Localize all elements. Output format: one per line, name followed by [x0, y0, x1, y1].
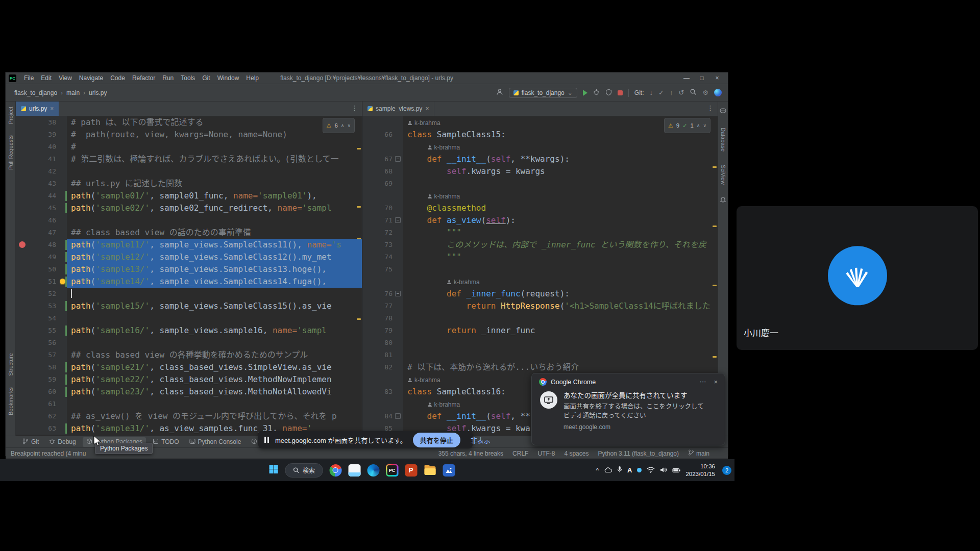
code-line[interactable]: 70 @classmethod	[362, 202, 718, 214]
code-line[interactable]: 61	[16, 398, 362, 410]
chrome-taskbar-icon[interactable]	[329, 464, 341, 477]
battery-icon[interactable]	[672, 466, 680, 475]
menu-item-help[interactable]: Help	[242, 74, 262, 82]
code-line[interactable]: 55path('sample16/', sample_views.sample1…	[16, 324, 362, 337]
right-inspection-widget[interactable]: ⚠ 9 ✓ 1 ∧ ∨	[664, 118, 710, 133]
tab-urls-py[interactable]: urls.py ×	[16, 102, 59, 116]
pycharm-taskbar-icon[interactable]: PC	[386, 464, 398, 477]
code-line[interactable]: 59path('sample22/', class_based_views.Me…	[16, 373, 362, 386]
git-push-icon[interactable]: ↑	[670, 89, 673, 96]
code-line[interactable]: 79 return _inner_func	[362, 324, 718, 337]
code-line[interactable]: 47## class based view の話のための事前準備	[16, 227, 362, 239]
settings-gear-icon[interactable]: ⚙	[702, 89, 708, 96]
git-update-icon[interactable]: ↓	[650, 89, 653, 96]
menu-item-edit[interactable]: Edit	[37, 74, 55, 82]
code-line[interactable]: 39# path(route, view, kwargs=None, name=…	[16, 129, 362, 141]
code-line[interactable]: 42	[16, 165, 362, 178]
code-line[interactable]: 38# path は、以下の書式で記述する	[16, 116, 362, 129]
stop-button[interactable]	[618, 90, 623, 95]
ime-indicator[interactable]: A	[627, 466, 632, 474]
taskbar-clock[interactable]: 10:36 2023/01/15	[685, 463, 715, 478]
wifi-icon[interactable]	[647, 466, 655, 475]
menu-item-view[interactable]: View	[55, 74, 76, 82]
coverage-button[interactable]	[605, 89, 612, 97]
tool-window-button-debug[interactable]: Debug	[45, 437, 79, 447]
breadcrumb-item[interactable]: flask_to_django	[12, 88, 60, 97]
tool-strip-label[interactable]: Bookmarks	[8, 387, 14, 415]
tool-strip-label[interactable]: Project	[8, 107, 14, 124]
code-line[interactable]: 46	[16, 214, 362, 227]
status-segment[interactable]: main	[688, 449, 709, 457]
status-segment[interactable]: 4 spaces	[564, 450, 589, 457]
copilot-icon[interactable]	[719, 107, 727, 116]
notification-count-badge[interactable]: 2	[722, 466, 731, 475]
code-line[interactable]: 81	[362, 349, 718, 361]
history-icon[interactable]: ↺	[678, 89, 684, 96]
edge-taskbar-icon[interactable]	[367, 464, 379, 477]
tab-close-icon[interactable]: ×	[50, 105, 54, 112]
notifications-bell-icon[interactable]	[720, 196, 726, 205]
start-button[interactable]	[268, 464, 278, 476]
code-line[interactable]: 54	[16, 312, 362, 324]
bluetooth-status-icon[interactable]	[637, 468, 642, 472]
code-line[interactable]: 67− def __init__(self, **kwargs):	[362, 153, 718, 165]
code-line[interactable]: k-brahma	[362, 190, 718, 202]
photos-taskbar-icon[interactable]	[443, 464, 455, 477]
profile-avatar-icon[interactable]	[714, 89, 722, 96]
tab-options-icon[interactable]: ⋮	[707, 102, 718, 116]
code-line[interactable]: 73 このメソッドは、内部で _inner_func という関数を作り、それを戻	[362, 239, 718, 251]
tool-strip-label[interactable]: SciView	[720, 165, 726, 185]
fold-icon[interactable]: −	[395, 156, 401, 162]
stop-sharing-button[interactable]: 共有を停止	[413, 433, 460, 447]
code-line[interactable]: 72 """	[362, 227, 718, 239]
tool-strip-label[interactable]: Pull Requests	[8, 135, 14, 170]
next-issue-icon[interactable]: ∨	[703, 119, 706, 132]
code-vision-author[interactable]: k-brahma	[454, 279, 480, 286]
code-vision-author[interactable]: k-brahma	[434, 144, 460, 151]
onedrive-icon[interactable]	[604, 466, 612, 475]
code-line[interactable]: 62## as_view() を view のモジュール内で呼び出してから、それ…	[16, 410, 362, 422]
code-line[interactable]: 49path('sample12/', sample_views.SampleC…	[16, 251, 362, 263]
code-line[interactable]: 57## class based view の各種挙動を確かめるためのサンプル	[16, 349, 362, 361]
code-line[interactable]: 60path('sample23/', class_based_views.Me…	[16, 386, 362, 398]
code-line[interactable]: 58path('sample21/', class_based_views.Si…	[16, 361, 362, 373]
minimize-button[interactable]: —	[679, 72, 694, 84]
microphone-icon[interactable]	[617, 466, 622, 475]
code-line[interactable]: 56	[16, 337, 362, 349]
debug-button[interactable]	[593, 89, 600, 97]
run-button[interactable]	[583, 90, 587, 96]
search-everywhere-icon[interactable]	[690, 88, 697, 97]
code-vision-author[interactable]: k-brahma	[434, 401, 460, 408]
menu-item-run[interactable]: Run	[159, 74, 177, 82]
status-segment[interactable]: UTF-8	[537, 450, 555, 457]
menu-item-git[interactable]: Git	[199, 74, 213, 82]
notification-close-icon[interactable]: ×	[714, 378, 718, 386]
code-line[interactable]: 76− def _inner_func(request):	[362, 288, 718, 300]
code-line[interactable]: 45path('sample02/', sample02_func_redire…	[16, 202, 362, 214]
breadcrumb-item[interactable]: main	[64, 88, 82, 97]
meet-participant-tile[interactable]: 小川慶一	[737, 206, 978, 350]
maximize-button[interactable]: □	[694, 72, 709, 84]
run-config-selector[interactable]: flask_to_django ⌄	[509, 88, 577, 98]
left-inspection-widget[interactable]: ⚠ 6 ∧ ∨	[323, 118, 355, 133]
close-button[interactable]: ×	[709, 72, 725, 84]
user-dropdown-icon[interactable]	[496, 88, 503, 97]
fold-icon[interactable]: −	[395, 413, 401, 419]
code-line[interactable]: 71− def as_view(self):	[362, 214, 718, 227]
code-line[interactable]: 51path('sample14/', sample_views.SampleC…	[16, 276, 362, 288]
tab-options-icon[interactable]: ⋮	[351, 102, 362, 116]
next-issue-icon[interactable]: ∨	[347, 119, 351, 132]
code-vision-author[interactable]: k-brahma	[414, 377, 440, 384]
code-line[interactable]: 69	[362, 178, 718, 190]
code-line[interactable]: 40#	[16, 141, 362, 153]
tool-strip-label[interactable]: Structure	[8, 353, 14, 376]
tool-window-button-git[interactable]: Git	[19, 437, 42, 447]
prev-issue-icon[interactable]: ∧	[341, 119, 345, 132]
tool-window-button-python-console[interactable]: Python Console	[186, 437, 245, 447]
code-line[interactable]: 48path('sample11/', sample_views.SampleC…	[16, 239, 362, 251]
code-line[interactable]: 52	[16, 288, 362, 300]
status-segment[interactable]: Python 3.11 (flask_to_django)	[598, 450, 679, 457]
menu-item-tools[interactable]: Tools	[177, 74, 199, 82]
breakpoint-dot[interactable]	[19, 241, 26, 248]
fold-icon[interactable]: −	[395, 217, 401, 223]
